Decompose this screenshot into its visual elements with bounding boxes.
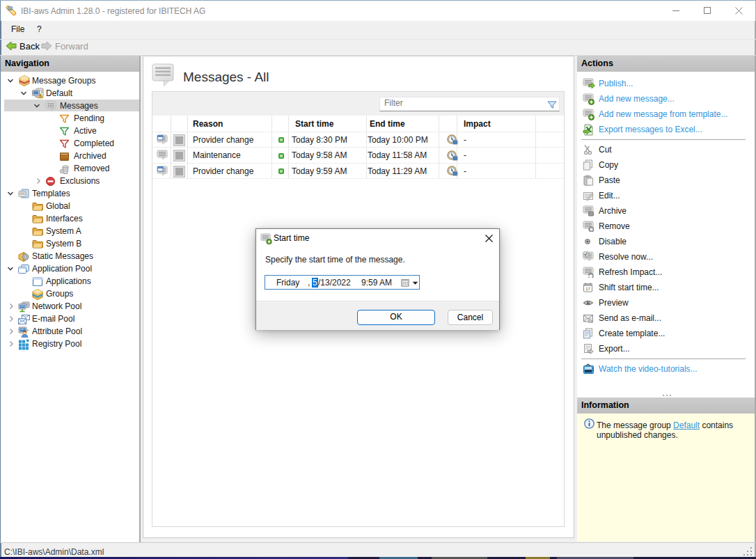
svg-text:17: 17 bbox=[585, 287, 590, 291]
